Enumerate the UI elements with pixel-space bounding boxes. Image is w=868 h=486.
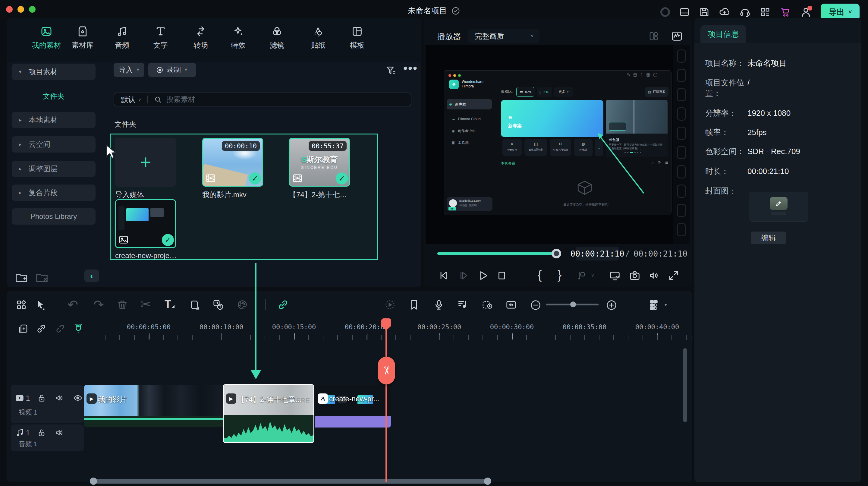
tab-effects[interactable]: 特效: [219, 23, 258, 58]
progress-knob[interactable]: [552, 249, 561, 259]
text-tool-icon[interactable]: T: [164, 298, 175, 310]
tab-text[interactable]: 文字: [141, 23, 180, 58]
minimize-window-button[interactable]: [18, 6, 24, 13]
mute-track-icon[interactable]: [55, 393, 64, 403]
select-tool-icon[interactable]: [35, 299, 46, 310]
layout-panel-icon[interactable]: [679, 7, 690, 18]
multiview-grid-icon[interactable]: [648, 31, 659, 41]
lock-icon[interactable]: [37, 393, 46, 403]
scopes-icon[interactable]: [671, 30, 683, 42]
import-button[interactable]: 导入˅: [114, 63, 144, 77]
media-tile-image-1[interactable]: ✓: [115, 199, 176, 248]
play-button[interactable]: [477, 270, 489, 281]
display-output-button[interactable]: [609, 270, 621, 281]
import-media-tile[interactable]: +: [115, 138, 176, 187]
track-manager-icon[interactable]: [649, 299, 660, 310]
unlink-icon[interactable]: [55, 323, 66, 334]
snap-magnet-icon[interactable]: [73, 323, 84, 334]
link-icon[interactable]: [36, 323, 47, 334]
render-preview-icon[interactable]: [384, 299, 396, 310]
edit-button[interactable]: 编辑: [751, 232, 786, 244]
zoom-in-icon[interactable]: [606, 299, 618, 311]
account-icon[interactable]: [800, 6, 812, 18]
search-scope-dropdown[interactable]: 默认: [121, 95, 135, 104]
fullscreen-button[interactable]: [668, 270, 679, 281]
mute-track-icon[interactable]: [55, 428, 64, 437]
vertical-scrollbar[interactable]: [683, 348, 687, 422]
sidebar-item-local-media[interactable]: ▸本地素材: [12, 112, 96, 128]
tab-stock-media[interactable]: 素材库: [63, 23, 102, 58]
collapse-sidebar-button[interactable]: ‹: [84, 270, 99, 282]
search-bar[interactable]: 默认 ˅ 搜索素材: [114, 93, 411, 107]
media-tile-video-2[interactable]: S斯尔教育 SINCERE EDU 00:55:37 ✓: [289, 138, 350, 187]
undo-icon[interactable]: ↶: [67, 297, 78, 312]
sidebar-item-project-assets[interactable]: ▾ 项目素材: [12, 64, 96, 80]
zoom-to-fit-icon[interactable]: [505, 299, 517, 310]
record-voiceover-icon[interactable]: [433, 299, 444, 310]
playhead-line[interactable]: [385, 321, 387, 482]
support-headset-icon[interactable]: [739, 6, 751, 18]
timeline-clip-video-2-selected[interactable]: SINCERE ▶ 【74】2-第十七章...: [223, 384, 314, 443]
save-icon[interactable]: [699, 7, 710, 18]
tab-transitions[interactable]: 转场: [181, 23, 220, 58]
tab-filters[interactable]: 滤镜: [257, 23, 297, 58]
marker-chevron-icon[interactable]: ˅: [591, 273, 594, 279]
split-at-playhead-button[interactable]: ✂: [378, 357, 395, 385]
split-scissors-icon[interactable]: ✂: [141, 297, 151, 311]
add-to-track-icon[interactable]: [18, 323, 29, 334]
tab-my-media[interactable]: 我的素材: [27, 23, 66, 58]
timeline-clip-video-1[interactable]: ▶ 我的影片: [84, 385, 223, 427]
tab-project-info[interactable]: 项目信息: [701, 25, 746, 43]
more-options-icon[interactable]: •••: [403, 61, 418, 75]
sidebar-item-photos-library[interactable]: Photos Library: [12, 208, 96, 224]
sidebar-item-compound-clip[interactable]: ▸复合片段: [12, 184, 96, 201]
apps-grid-icon[interactable]: [760, 7, 771, 18]
audio-mixer-icon[interactable]: [457, 299, 468, 310]
track-manager-caret-icon[interactable]: ▾: [664, 302, 667, 307]
play-step-button[interactable]: [458, 270, 470, 281]
filter-icon[interactable]: [385, 65, 397, 77]
preview-viewport[interactable]: ✎▤⇧▦◯ ❖ WondershareFilmora ⊕新專案 ☁Filmora…: [426, 45, 690, 244]
sidebar-item-cloud-space[interactable]: ▸云空间: [12, 136, 96, 153]
delete-icon[interactable]: [117, 299, 128, 310]
zoom-slider-knob[interactable]: [570, 302, 576, 307]
sidebar-item-folder-selected[interactable]: 文件夹: [12, 91, 96, 101]
scrollbar-right-handle[interactable]: [484, 478, 491, 485]
scrollbar-left-handle[interactable]: [90, 478, 97, 485]
cloud-upload-icon[interactable]: [719, 6, 730, 18]
media-browser-icon[interactable]: [16, 299, 27, 310]
quality-dropdown[interactable]: 完整画质 ˅: [468, 29, 539, 43]
previous-frame-button[interactable]: [438, 270, 449, 281]
tab-stickers[interactable]: 贴纸: [299, 23, 338, 58]
cart-icon[interactable]: [780, 6, 791, 18]
marker-flag-icon[interactable]: [408, 299, 420, 310]
maximize-window-button[interactable]: [29, 6, 36, 13]
sidebar-item-adjustment-layer[interactable]: ▸调整图层: [12, 161, 96, 177]
lock-icon[interactable]: [37, 428, 46, 437]
keyframe-icon[interactable]: [482, 299, 493, 310]
volume-button[interactable]: [649, 270, 660, 281]
timeline-clip-image-1[interactable]: create-new-pr...: [315, 385, 391, 427]
snapshot-camera-button[interactable]: [629, 270, 641, 281]
tab-audio[interactable]: 音频: [102, 23, 142, 58]
new-folder-icon[interactable]: [14, 271, 28, 284]
ruler-ticks[interactable]: [91, 335, 691, 340]
speech-to-text-icon[interactable]: [213, 299, 224, 310]
hide-track-eye-icon[interactable]: [73, 393, 83, 403]
media-tile-video-1[interactable]: 00:00:10 ✓: [202, 138, 263, 187]
cover-thumbnail-box[interactable]: [749, 192, 808, 221]
mark-out-button[interactable]: }: [558, 268, 561, 282]
tab-templates[interactable]: 模板: [338, 23, 377, 58]
mark-in-button[interactable]: {: [538, 268, 541, 282]
color-palette-icon[interactable]: [237, 299, 248, 310]
record-button[interactable]: 录制˅: [148, 63, 196, 77]
marker-tool-icon[interactable]: [576, 270, 587, 281]
horizontal-scrollbar[interactable]: [92, 479, 488, 484]
playback-progress-bar[interactable]: [437, 252, 556, 255]
edit-cover-button[interactable]: [770, 197, 787, 210]
close-window-button[interactable]: [6, 6, 13, 13]
delete-folder-icon[interactable]: [35, 271, 49, 284]
link-clips-icon[interactable]: [277, 299, 289, 310]
crop-tool-icon[interactable]: [189, 299, 200, 310]
redo-icon[interactable]: ↷: [93, 297, 104, 312]
